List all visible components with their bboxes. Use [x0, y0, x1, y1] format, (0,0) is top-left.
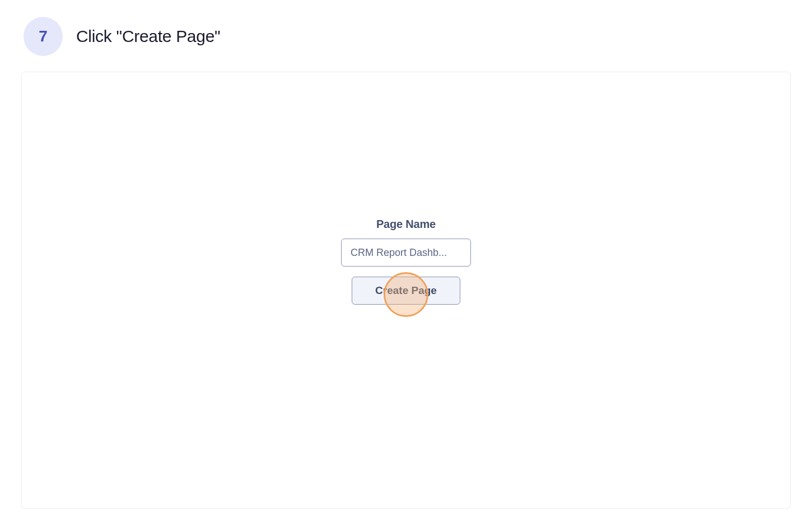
page-name-input[interactable]	[341, 239, 471, 267]
create-page-form: Page Name Create Page	[341, 218, 471, 305]
step-card: 7 Click "Create Page" Page Name Create P…	[0, 0, 812, 532]
create-page-button[interactable]: Create Page	[352, 277, 460, 305]
step-header: 7 Click "Create Page"	[21, 17, 791, 56]
step-number: 7	[39, 27, 48, 45]
step-title: Click "Create Page"	[76, 27, 220, 46]
step-number-badge: 7	[24, 17, 63, 56]
screenshot-panel: Page Name Create Page	[21, 72, 791, 508]
page-name-label: Page Name	[376, 218, 436, 231]
